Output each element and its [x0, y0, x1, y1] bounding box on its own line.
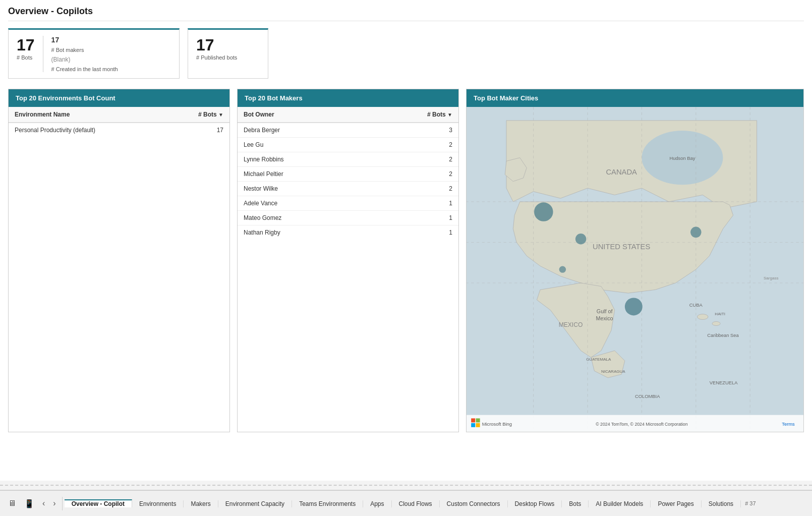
makers-table-row: Debra Berger3	[238, 123, 458, 138]
tab-desktop-flows[interactable]: Desktop Flows	[508, 500, 562, 507]
page-title: Overview - Copilots	[8, 6, 804, 21]
kpi-card-published: 17 # Published bots	[188, 28, 268, 79]
maker-name-cell: Mateo Gomez	[238, 211, 367, 225]
bot-makers-label: # Bot makers	[51, 47, 118, 53]
makers-table-row: Lynne Robbins2	[238, 152, 458, 167]
svg-text:Microsoft Bing: Microsoft Bing	[482, 421, 512, 427]
tab-teams-environments[interactable]: Teams Environments	[292, 500, 363, 507]
makers-table: Bot Owner # Bots ▼ Debra Berger3Lee Gu2L…	[238, 107, 458, 240]
maker-name-cell: Lynne Robbins	[238, 152, 367, 167]
prev-tab-icon[interactable]: ‹	[39, 497, 48, 510]
svg-text:Sargass: Sargass	[764, 276, 779, 280]
next-tab-icon[interactable]: ›	[50, 497, 59, 510]
svg-rect-27	[471, 418, 475, 422]
map-container[interactable]: Gulf of Mexico CANADA UNITED STATES MEXI…	[467, 107, 803, 432]
env-table-scroll[interactable]: Environment Name # Bots ▼ Personal Produ…	[9, 107, 229, 432]
published-label: # Published bots	[196, 54, 260, 61]
maker-name-cell: Nathan Rigby	[238, 225, 367, 240]
maker-count-cell: 2	[367, 167, 458, 182]
makers-table-row: Nestor Wilke2	[238, 182, 458, 196]
tab-power-pages[interactable]: Power Pages	[651, 500, 701, 507]
tab-cloud-flows[interactable]: Cloud Flows	[392, 500, 440, 507]
env-table-panel: Top 20 Environments Bot Count Environmen…	[8, 89, 230, 432]
tab-items-container: Overview - CopilotEnvironmentsMakersEnvi…	[65, 500, 741, 507]
svg-rect-28	[476, 418, 480, 422]
env-table: Environment Name # Bots ▼ Personal Produ…	[9, 107, 229, 137]
maker-name-cell: Debra Berger	[238, 123, 367, 138]
makers-table-panel: Top 20 Bot Makers Bot Owner # Bots ▼ D	[237, 89, 459, 432]
maker-count-cell: 2	[367, 182, 458, 196]
makers-table-row: Mateo Gomez1	[238, 211, 458, 225]
makers-table-row: Nathan Rigby1	[238, 225, 458, 240]
svg-point-3	[712, 321, 720, 325]
tab-solutions[interactable]: Solutions	[702, 500, 741, 507]
map-dot-nw	[534, 202, 553, 221]
maker-name-cell: Michael Peltier	[238, 167, 367, 182]
tab-environments[interactable]: Environments	[132, 500, 184, 507]
tab-bots[interactable]: Bots	[562, 500, 589, 507]
svg-point-2	[697, 314, 708, 320]
maker-name-cell: Lee Gu	[238, 138, 367, 152]
tab-makers[interactable]: Makers	[184, 500, 218, 507]
bot-makers-number: 17	[51, 36, 118, 44]
svg-text:Hudson Bay: Hudson Bay	[669, 155, 695, 161]
svg-text:NICARAGUA: NICARAGUA	[601, 369, 625, 374]
map-panel-header: Top Bot Maker Cities	[467, 89, 803, 107]
maker-count-cell: 1	[367, 225, 458, 240]
page-number: # 37	[741, 500, 760, 506]
env-table-row: Personal Productivity (default)17	[9, 123, 229, 137]
env-table-header: Top 20 Environments Bot Count	[9, 89, 229, 107]
tab-bar: 🖥 📱 ‹ › Overview - CopilotEnvironmentsMa…	[0, 490, 812, 516]
maker-count-cell: 3	[367, 123, 458, 138]
published-number: 17	[196, 36, 260, 54]
map-panel: Top Bot Maker Cities	[466, 89, 804, 432]
maker-count-cell: 1	[367, 196, 458, 211]
map-dot-central	[575, 234, 586, 244]
tables-row: Top 20 Environments Bot Count Environmen…	[8, 89, 804, 432]
maker-count-cell: 2	[367, 138, 458, 152]
svg-text:Caribbean Sea: Caribbean Sea	[707, 332, 739, 338]
svg-text:CUBA: CUBA	[689, 302, 703, 308]
tab-overview-copilot[interactable]: Overview - Copilot	[65, 499, 132, 507]
maker-name-cell: Nestor Wilke	[238, 182, 367, 196]
maker-count-cell: 2	[367, 152, 458, 167]
makers-table-scroll[interactable]: Bot Owner # Bots ▼ Debra Berger3Lee Gu2L…	[238, 107, 458, 432]
bots-number: 17	[17, 36, 35, 54]
map-dot-mexico	[625, 298, 643, 316]
monitor-icon[interactable]: 🖥	[5, 497, 19, 510]
bots-label: # Bots	[17, 54, 35, 61]
makers-table-row: Michael Peltier2	[238, 167, 458, 182]
created-label: # Created in the last month	[51, 66, 118, 72]
svg-rect-30	[476, 423, 480, 427]
env-name-cell: Personal Productivity (default)	[9, 123, 166, 137]
svg-text:COLOMBIA: COLOMBIA	[635, 393, 660, 399]
svg-text:GUATEMALA: GUATEMALA	[586, 357, 611, 362]
tab-environment-capacity[interactable]: Environment Capacity	[218, 500, 292, 507]
svg-text:VENEZUELA: VENEZUELA	[710, 380, 738, 385]
tab-apps[interactable]: Apps	[363, 500, 391, 507]
makers-col2-header: # Bots ▼	[367, 107, 458, 123]
map-svg: Gulf of Mexico CANADA UNITED STATES MEXI…	[467, 107, 803, 432]
makers-table-row: Adele Vance1	[238, 196, 458, 211]
tab-bar-icons: 🖥 📱 ‹ ›	[2, 497, 63, 510]
svg-rect-29	[471, 423, 475, 427]
makers-col1-header: Bot Owner	[238, 107, 367, 123]
svg-text:HAITI: HAITI	[715, 312, 725, 316]
env-col2-header: # Bots ▼	[166, 107, 229, 123]
env-count-cell: 17	[166, 123, 229, 137]
maker-name-cell: Adele Vance	[238, 196, 367, 211]
maker-count-cell: 1	[367, 211, 458, 225]
svg-text:© 2024 TomTom, © 2024 Microsof: © 2024 TomTom, © 2024 Microsoft Corporat…	[596, 422, 687, 427]
makers-table-header: Top 20 Bot Makers	[238, 89, 458, 107]
kpi-row: 17 # Bots 17 # Bot makers (Blank) # Crea…	[8, 28, 804, 79]
tablet-icon[interactable]: 📱	[21, 497, 37, 510]
main-content: Overview - Copilots 17 # Bots 17 # Bot m…	[0, 0, 812, 481]
env-col1-header: Environment Name	[9, 107, 166, 123]
tab-ai-builder-models[interactable]: AI Builder Models	[589, 500, 651, 507]
svg-text:Mexico: Mexico	[596, 315, 613, 321]
tab-custom-connectors[interactable]: Custom Connectors	[440, 500, 508, 507]
svg-text:Gulf of: Gulf of	[597, 308, 613, 314]
svg-text:Terms: Terms	[782, 421, 795, 427]
makers-table-row: Lee Gu2	[238, 138, 458, 152]
blank-label: (Blank)	[51, 56, 118, 63]
